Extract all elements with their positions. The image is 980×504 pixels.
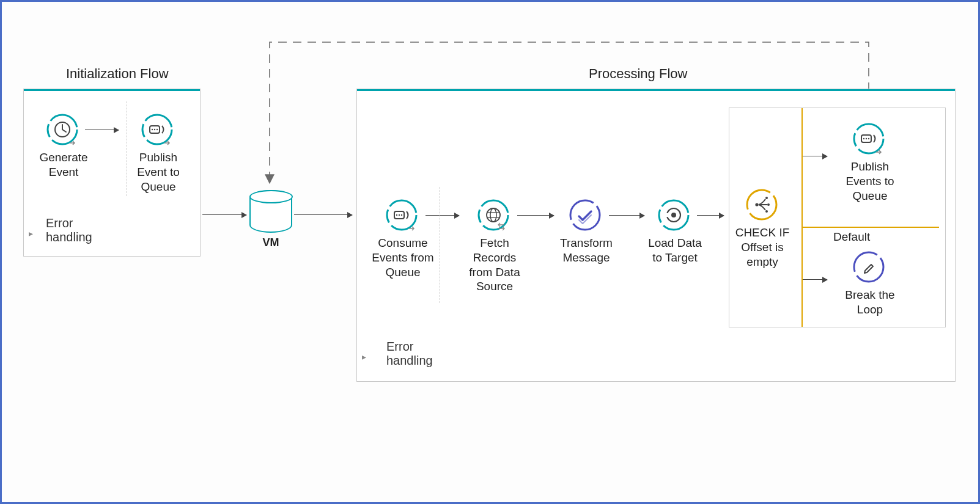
node-load: Load Data to Target — [657, 198, 712, 265]
node-generate-event: Generate Event — [45, 112, 100, 180]
svg-point-6 — [157, 129, 158, 130]
arrow — [803, 156, 827, 156]
init-flow-title: Initialization Flow — [66, 66, 169, 82]
node-label: Load Data to Target — [638, 236, 712, 265]
node-label: Fetch Records from Data Source — [458, 236, 531, 294]
svg-point-9 — [396, 214, 397, 216]
error-handling-label: Error handling — [386, 340, 433, 368]
node-label: Transform Message — [550, 236, 623, 265]
svg-point-4 — [152, 129, 153, 130]
arrow — [294, 214, 352, 215]
svg-point-20 — [671, 213, 676, 217]
node-label: Generate Event — [27, 150, 100, 180]
caret-icon: ▸ — [29, 228, 33, 238]
svg-point-11 — [401, 214, 402, 216]
caret-icon: ▸ — [362, 352, 366, 362]
arrow — [85, 130, 119, 130]
svg-point-14 — [490, 208, 496, 222]
choice-router-icon — [745, 188, 796, 222]
route-default-bar — [803, 227, 939, 228]
node-transform: Transform Message — [568, 198, 623, 265]
arrow — [697, 215, 724, 216]
svg-point-31 — [868, 138, 869, 139]
logger-icon — [852, 250, 907, 284]
vm-label: VM — [249, 236, 292, 249]
node-publish-events: Publish Events to Queue — [852, 122, 907, 203]
svg-point-13 — [487, 208, 500, 222]
choice-box: CHECK IF Offset is empty Publish Ev — [729, 108, 946, 327]
svg-point-29 — [863, 138, 864, 139]
vm-node: VM — [249, 190, 292, 249]
svg-point-24 — [765, 197, 768, 199]
vm-cylinder-icon — [249, 190, 292, 233]
proc-flow-panel: Consume Events from Queue Fetch Records … — [356, 89, 956, 382]
svg-point-23 — [755, 203, 758, 206]
node-fetch: Fetch Records from Data Source — [476, 198, 531, 294]
svg-point-12 — [479, 200, 508, 230]
arrow — [202, 214, 246, 215]
node-check-offset: CHECK IF Offset is empty — [745, 188, 796, 269]
proc-flow-title: Processing Flow — [589, 66, 687, 82]
node-label: CHECK IF Offset is empty — [729, 225, 796, 269]
node-label: Publish Event to Queue — [122, 150, 195, 194]
node-label: Consume Events from Queue — [366, 236, 440, 279]
diagram-canvas: Initialization Flow Generate Event — [0, 0, 980, 504]
svg-point-25 — [767, 203, 770, 206]
arrow — [609, 215, 644, 216]
route-default-label: Default — [833, 230, 870, 244]
node-label: Break the Loop — [833, 288, 907, 317]
divider — [440, 187, 440, 303]
arrow — [803, 279, 827, 280]
arrow — [517, 215, 554, 216]
vm-publish-icon — [140, 112, 195, 147]
svg-point-10 — [399, 214, 400, 216]
vm-publish-icon — [852, 122, 907, 156]
error-handling-label: Error handling — [46, 216, 92, 244]
svg-point-17 — [570, 200, 600, 230]
init-flow-panel: Generate Event Publish Event to Queue ▸ … — [23, 89, 201, 257]
svg-rect-21 — [666, 213, 668, 217]
svg-point-30 — [866, 138, 867, 139]
node-consume: Consume Events from Queue — [385, 198, 440, 279]
node-break-loop: Break the Loop — [852, 250, 907, 317]
arrow — [426, 215, 459, 216]
choice-divider — [801, 108, 803, 327]
node-label: Publish Events to Queue — [833, 159, 907, 203]
svg-point-5 — [154, 129, 155, 130]
node-publish-event: Publish Event to Queue — [140, 112, 195, 194]
svg-point-26 — [765, 210, 768, 213]
